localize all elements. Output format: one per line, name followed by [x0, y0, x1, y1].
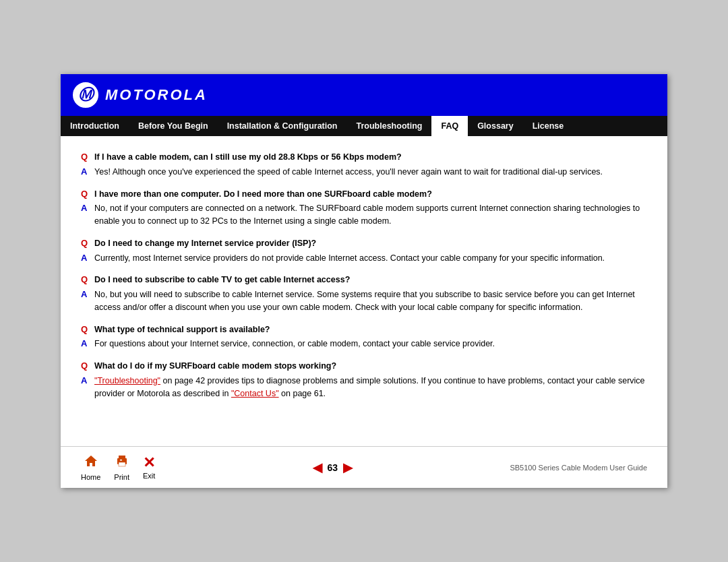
footer: Home Print ✕ Exit ◀ 63 [61, 446, 667, 488]
print-label: Print [114, 473, 129, 481]
nav-bar: Introduction Before You Begin Installati… [61, 116, 667, 136]
home-icon [84, 454, 98, 472]
nav-item-before-you-begin[interactable]: Before You Begin [129, 116, 218, 136]
svg-rect-3 [119, 462, 125, 466]
qa-block-2: Q I have more than one computer. Do I ne… [81, 188, 647, 228]
home-label: Home [81, 473, 100, 481]
qa-block-4: Q Do I need to subscribe to cable TV to … [81, 274, 647, 313]
a-text-2: No, not if your computers are connected … [94, 202, 647, 228]
a-text-5: For questions about your Internet servic… [94, 338, 495, 350]
qa-block-1: Q If I have a cable modem, can I still u… [81, 151, 647, 179]
q-text-1: If I have a cable modem, can I still use… [94, 151, 402, 164]
a-text-6: "Troubleshooting" on page 42 provides ti… [94, 375, 647, 400]
qa-block-3: Q Do I need to change my Internet servic… [81, 237, 647, 265]
footer-nav-left: Home Print ✕ Exit [81, 454, 155, 481]
a-letter-1: A [81, 166, 94, 177]
a-text-3: Currently, most Internet service provide… [94, 252, 605, 265]
contact-us-link[interactable]: "Contact Us" [231, 389, 279, 398]
nav-item-introduction[interactable]: Introduction [61, 116, 129, 136]
troubleshooting-link[interactable]: "Troubleshooting" [94, 376, 160, 385]
qa-answer-row-4: A No, but you will need to subscribe to … [81, 288, 647, 314]
qa-question-row-5: Q What type of technical support is avai… [81, 323, 647, 336]
a-letter-3: A [81, 253, 94, 263]
qa-question-row-2: Q I have more than one computer. Do I ne… [81, 188, 647, 201]
qa-answer-row-3: A Currently, most Internet service provi… [81, 252, 647, 265]
nav-item-troubleshooting[interactable]: Troubleshooting [347, 116, 432, 136]
logo-m-symbol: Ⓜ [78, 88, 93, 102]
a-text-4: No, but you will need to subscribe to ca… [94, 288, 647, 314]
print-icon [115, 454, 129, 472]
a-text-mid: on page 42 provides tips to diagnose pro… [94, 376, 645, 398]
exit-icon: ✕ [143, 456, 155, 470]
nav-item-faq[interactable]: FAQ [431, 116, 468, 136]
svg-rect-2 [119, 456, 125, 459]
brand-name: MOTOROLA [105, 86, 208, 104]
q-letter-1: Q [81, 152, 94, 162]
qa-answer-row-2: A No, not if your computers are connecte… [81, 202, 647, 228]
a-text-1: Yes! Although once you've experienced th… [94, 166, 603, 179]
q-letter-4: Q [81, 274, 94, 284]
header: Ⓜ MOTOROLA [61, 74, 667, 116]
q-text-6: What do I do if my SURFboard cable modem… [94, 360, 336, 373]
qa-answer-row-6: A "Troubleshooting" on page 42 provides … [81, 375, 647, 400]
q-text-4: Do I need to subscribe to cable TV to ge… [94, 274, 350, 286]
svg-marker-0 [85, 456, 97, 466]
next-page-button[interactable]: ▶ [343, 460, 353, 475]
qa-answer-row-1: A Yes! Although once you've experienced … [81, 166, 647, 179]
a-letter-4: A [81, 289, 94, 299]
main-content: Q If I have a cable modem, can I still u… [61, 136, 667, 446]
footer-center: ◀ 63 ▶ [313, 460, 353, 475]
a-letter-6: A [81, 375, 94, 385]
q-text-5: What type of technical support is availa… [94, 323, 270, 336]
qa-block-5: Q What type of technical support is avai… [81, 323, 647, 351]
qa-block-6: Q What do I do if my SURFboard cable mod… [81, 360, 647, 400]
q-letter-2: Q [81, 189, 94, 199]
q-letter-5: Q [81, 324, 94, 334]
q-text-2: I have more than one computer. Do I need… [94, 188, 432, 201]
prev-page-button[interactable]: ◀ [313, 460, 322, 475]
home-button[interactable]: Home [81, 454, 100, 481]
a-letter-5: A [81, 338, 94, 348]
doc-title: SB5100 Series Cable Modem User Guide [510, 464, 647, 472]
qa-question-row-4: Q Do I need to subscribe to cable TV to … [81, 274, 647, 286]
a-letter-2: A [81, 203, 94, 213]
qa-question-row-6: Q What do I do if my SURFboard cable mod… [81, 360, 647, 373]
print-button[interactable]: Print [114, 454, 129, 481]
a-text-after: on page 61. [279, 389, 326, 398]
q-text-3: Do I need to change my Internet service … [94, 237, 316, 250]
qa-question-row-1: Q If I have a cable modem, can I still u… [81, 151, 647, 164]
motorola-logo-circle: Ⓜ [73, 82, 98, 108]
exit-label: Exit [143, 472, 155, 480]
page-number: 63 [328, 462, 338, 473]
qa-answer-row-5: A For questions about your Internet serv… [81, 338, 647, 350]
page-container: Ⓜ MOTOROLA Introduction Before You Begin… [61, 74, 667, 488]
q-letter-3: Q [81, 238, 94, 248]
q-letter-6: Q [81, 361, 94, 371]
nav-item-license[interactable]: License [523, 116, 574, 136]
svg-rect-4 [120, 460, 122, 461]
nav-item-installation[interactable]: Installation & Configuration [218, 116, 347, 136]
nav-item-glossary[interactable]: Glossary [468, 116, 523, 136]
qa-question-row-3: Q Do I need to change my Internet servic… [81, 237, 647, 250]
exit-button[interactable]: ✕ Exit [143, 456, 155, 480]
